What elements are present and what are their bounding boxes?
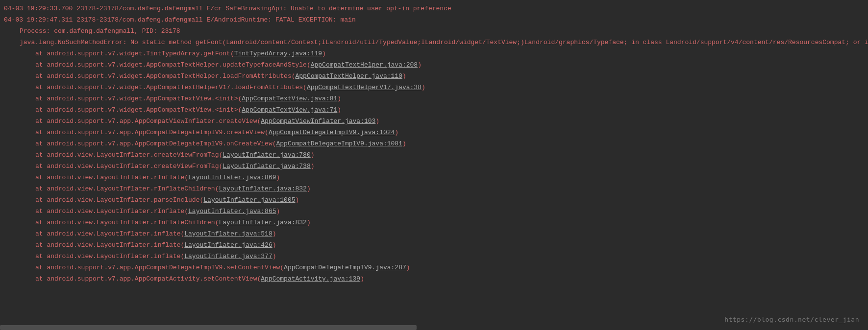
source-link[interactable]: AppCompatTextHelper.java:208 xyxy=(311,61,418,69)
paren-close: ) xyxy=(322,50,326,57)
paren-close: ) xyxy=(307,185,311,192)
source-link[interactable]: LayoutInflater.java:780 xyxy=(223,151,310,159)
stack-frame: at android.support.v7.widget.TintTypedAr… xyxy=(4,48,864,59)
paren-close: ) xyxy=(375,118,379,125)
paren-open: ( xyxy=(307,61,311,69)
source-link[interactable]: LayoutInflater.java:865 xyxy=(188,208,276,215)
source-link[interactable]: AppCompatTextView.java:81 xyxy=(242,95,337,102)
stack-frame: at android.support.v7.widget.AppCompatTe… xyxy=(4,71,864,82)
stack-at-text: at android.support.v7.app.AppCompatDeleg… xyxy=(35,129,265,136)
stack-at-text: at android.support.v7.widget.AppCompatTe… xyxy=(35,106,238,114)
source-link[interactable]: LayoutInflater.java:869 xyxy=(188,174,276,181)
source-link[interactable]: TintTypedArray.java:119 xyxy=(234,50,322,57)
source-link[interactable]: AppCompatTextView.java:71 xyxy=(242,106,337,114)
source-link[interactable]: AppCompatActivity.java:139 xyxy=(261,275,360,283)
stack-frame: at android.view.LayoutInflater.inflate(L… xyxy=(4,239,864,251)
stack-frame: at android.view.LayoutInflater.inflate(L… xyxy=(4,251,864,262)
stack-frame: at android.support.v7.widget.AppCompatTe… xyxy=(4,93,864,104)
paren-close: ) xyxy=(402,72,406,80)
stack-at-text: at android.view.LayoutInflater.rInflate xyxy=(35,174,184,181)
stack-frame: at android.support.v7.app.AppCompatViewI… xyxy=(4,116,864,127)
stack-frame: at android.view.LayoutInflater.rInflateC… xyxy=(4,217,864,228)
paren-open: ( xyxy=(265,129,269,136)
stack-frame: at android.view.LayoutInflater.parseIncl… xyxy=(4,194,864,206)
paren-close: ) xyxy=(307,219,311,226)
source-link[interactable]: LayoutInflater.java:1005 xyxy=(203,196,295,204)
stack-at-text: at android.view.LayoutInflater.rInflateC… xyxy=(35,185,215,192)
paren-close: ) xyxy=(337,106,341,114)
stack-at-text: at android.support.v7.widget.TintTypedAr… xyxy=(35,50,230,57)
log-line: 04-03 19:29:47.311 23178-23178/com.dafen… xyxy=(4,14,864,25)
paren-close: ) xyxy=(273,241,276,249)
paren-close: ) xyxy=(273,253,276,260)
paren-open: ( xyxy=(184,174,188,181)
stack-frame: at android.support.v7.widget.AppCompatTe… xyxy=(4,59,864,71)
stack-at-text: at android.view.LayoutInflater.inflate xyxy=(35,241,180,249)
paren-open: ( xyxy=(273,140,276,147)
log-text: java.lang.NoSuchMethodError: No static m… xyxy=(20,39,868,46)
stack-at-text: at android.view.LayoutInflater.createVie… xyxy=(35,151,219,159)
horizontal-scrollbar[interactable] xyxy=(0,325,417,330)
paren-close: ) xyxy=(311,163,315,170)
stack-at-text: at android.support.v7.app.AppCompatActiv… xyxy=(35,275,257,283)
log-line: java.lang.NoSuchMethodError: No static m… xyxy=(4,37,864,48)
stack-at-text: at android.support.v7.widget.AppCompatTe… xyxy=(35,72,292,80)
stack-frame: at android.support.v7.widget.AppCompatTe… xyxy=(4,104,864,116)
paren-close: ) xyxy=(276,174,280,181)
log-text: 04-03 19:29:33.700 23178-23178/com.dafen… xyxy=(4,5,451,12)
source-link[interactable]: LayoutInflater.java:518 xyxy=(184,230,272,237)
watermark-text: https://blog.csdn.net/clever_jian xyxy=(724,314,859,325)
stack-frame: at android.view.LayoutInflater.rInflate(… xyxy=(4,172,864,183)
paren-close: ) xyxy=(311,151,315,159)
source-link[interactable]: AppCompatDelegateImplV9.java:287 xyxy=(284,264,406,271)
source-link[interactable]: AppCompatViewInflater.java:103 xyxy=(261,118,375,125)
source-link[interactable]: LayoutInflater.java:426 xyxy=(184,241,272,249)
log-line: Process: com.dafeng.dafengmall, PID: 231… xyxy=(4,25,864,37)
source-link[interactable]: LayoutInflater.java:832 xyxy=(219,219,306,226)
log-line: 04-03 19:29:33.700 23178-23178/com.dafen… xyxy=(4,3,864,14)
stack-frame: at android.view.LayoutInflater.createVie… xyxy=(4,149,864,161)
source-link[interactable]: LayoutInflater.java:832 xyxy=(219,185,306,192)
paren-open: ( xyxy=(292,72,296,80)
stack-at-text: at android.view.LayoutInflater.rInflateC… xyxy=(35,219,215,226)
stack-at-text: at android.support.v7.widget.AppCompatTe… xyxy=(35,61,307,69)
paren-close: ) xyxy=(276,208,280,215)
stack-at-text: at android.support.v7.widget.AppCompatTe… xyxy=(35,95,238,102)
paren-close: ) xyxy=(296,196,299,204)
paren-close: ) xyxy=(360,275,364,283)
paren-open: ( xyxy=(280,264,284,271)
stack-frame: at android.view.LayoutInflater.rInflate(… xyxy=(4,206,864,217)
stack-frame: at android.support.v7.app.AppCompatActiv… xyxy=(4,273,864,284)
stack-at-text: at android.view.LayoutInflater.rInflate xyxy=(35,208,184,215)
stack-at-text: at android.view.LayoutInflater.inflate xyxy=(35,253,180,260)
paren-close: ) xyxy=(273,230,276,237)
paren-open: ( xyxy=(184,208,188,215)
source-link[interactable]: AppCompatTextHelper.java:110 xyxy=(296,72,402,80)
stack-at-text: at android.view.LayoutInflater.parseIncl… xyxy=(35,196,199,204)
log-text: Process: com.dafeng.dafengmall, PID: 231… xyxy=(20,27,180,35)
source-link[interactable]: AppCompatTextHelperV17.java:38 xyxy=(307,84,422,91)
stack-at-text: at android.support.v7.app.AppCompatViewI… xyxy=(35,118,257,125)
stack-frame: at android.support.v7.widget.AppCompatTe… xyxy=(4,82,864,93)
source-link[interactable]: LayoutInflater.java:738 xyxy=(223,163,310,170)
stack-at-text: at android.support.v7.app.AppCompatDeleg… xyxy=(35,140,273,147)
stack-frame: at android.view.LayoutInflater.rInflateC… xyxy=(4,183,864,194)
stack-frame: at android.support.v7.app.AppCompatDeleg… xyxy=(4,127,864,138)
stack-at-text: at android.view.LayoutInflater.inflate xyxy=(35,230,180,237)
stack-at-text: at android.view.LayoutInflater.createVie… xyxy=(35,163,219,170)
source-link[interactable]: AppCompatDelegateImplV9.java:1081 xyxy=(276,140,402,147)
stack-at-text: at android.support.v7.widget.AppCompatTe… xyxy=(35,84,303,91)
stack-frame: at android.view.LayoutInflater.inflate(L… xyxy=(4,228,864,239)
paren-close: ) xyxy=(402,140,406,147)
paren-close: ) xyxy=(422,84,425,91)
paren-close: ) xyxy=(418,61,422,69)
source-link[interactable]: AppCompatDelegateImplV9.java:1024 xyxy=(269,129,395,136)
paren-close: ) xyxy=(395,129,398,136)
paren-close: ) xyxy=(337,95,341,102)
source-link[interactable]: LayoutInflater.java:377 xyxy=(184,253,272,260)
paren-open: ( xyxy=(230,50,234,57)
stack-frame: at android.view.LayoutInflater.createVie… xyxy=(4,161,864,172)
log-text: 04-03 19:29:47.311 23178-23178/com.dafen… xyxy=(4,16,356,24)
logcat-output[interactable]: 04-03 19:29:33.700 23178-23178/com.dafen… xyxy=(4,3,864,284)
stack-frame: at android.support.v7.app.AppCompatDeleg… xyxy=(4,262,864,273)
